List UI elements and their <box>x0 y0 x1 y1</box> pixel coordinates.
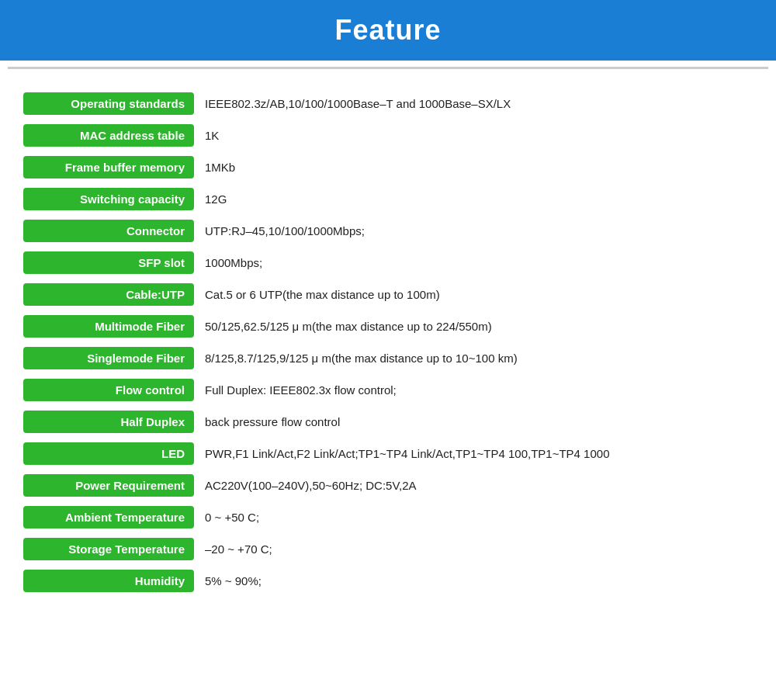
table-row: Connector UTP:RJ–45,10/100/1000Mbps; <box>23 220 753 242</box>
table-row: Cable:UTPCat.5 or 6 UTP(the max distance… <box>23 283 753 306</box>
page-header: Feature <box>0 0 776 61</box>
table-row: Flow controlFull Duplex: IEEE802.3x flow… <box>23 379 753 401</box>
features-content: Operating standardsIEEE802.3z/AB,10/100/… <box>0 85 776 625</box>
feature-value: 50/125,62.5/125 μ m(the max distance up … <box>205 320 753 333</box>
table-row: Half Duplexback pressure flow control <box>23 411 753 433</box>
feature-value: 1K <box>205 129 753 142</box>
feature-label: Half Duplex <box>23 411 194 433</box>
feature-value: back pressure flow control <box>205 415 753 428</box>
table-row: SFP slot1000Mbps; <box>23 251 753 274</box>
feature-label: SFP slot <box>23 251 194 274</box>
feature-label: Multimode Fiber <box>23 315 194 338</box>
feature-value: IEEE802.3z/AB,10/100/1000Base–T and 1000… <box>205 97 753 110</box>
feature-label: Cable:UTP <box>23 283 194 306</box>
feature-label: Connector <box>23 220 194 242</box>
table-row: Multimode Fiber50/125,62.5/125 μ m(the m… <box>23 315 753 338</box>
table-row: Ambient Temperature0 ~ +50 C; <box>23 506 753 528</box>
table-row: MAC address table1K <box>23 124 753 147</box>
feature-value: 12G <box>205 192 753 206</box>
feature-label: LED <box>23 442 194 465</box>
feature-value: 8/125,8.7/125,9/125 μ m(the max distance… <box>205 352 753 365</box>
feature-label: Storage Temperature <box>23 538 194 560</box>
page-title: Feature <box>0 14 776 47</box>
table-row: Power RequirementAC220V(100–240V),50~60H… <box>23 474 753 497</box>
feature-label: Power Requirement <box>23 474 194 497</box>
table-row: Humidity5% ~ 90%; <box>23 570 753 592</box>
feature-value: 1000Mbps; <box>205 256 753 269</box>
feature-label: Flow control <box>23 379 194 401</box>
feature-value: Full Duplex: IEEE802.3x flow control; <box>205 383 753 397</box>
feature-label: Switching capacity <box>23 188 194 210</box>
table-row: Operating standardsIEEE802.3z/AB,10/100/… <box>23 92 753 115</box>
feature-value: PWR,F1 Link/Act,F2 Link/Act;TP1~TP4 Link… <box>205 447 753 460</box>
feature-value: UTP:RJ–45,10/100/1000Mbps; <box>205 224 753 237</box>
feature-label: Operating standards <box>23 92 194 115</box>
feature-value: Cat.5 or 6 UTP(the max distance up to 10… <box>205 288 753 301</box>
feature-label: MAC address table <box>23 124 194 147</box>
feature-value: –20 ~ +70 C; <box>205 542 753 556</box>
table-row: Singlemode Fiber8/125,8.7/125,9/125 μ m(… <box>23 347 753 369</box>
feature-value: 5% ~ 90%; <box>205 574 753 587</box>
feature-label: Ambient Temperature <box>23 506 194 528</box>
table-row: Frame buffer memory1MKb <box>23 156 753 178</box>
table-row: LEDPWR,F1 Link/Act,F2 Link/Act;TP1~TP4 L… <box>23 442 753 465</box>
feature-value: AC220V(100–240V),50~60Hz; DC:5V,2A <box>205 479 753 492</box>
header-divider <box>8 67 768 69</box>
table-row: Switching capacity12G <box>23 188 753 210</box>
feature-label: Singlemode Fiber <box>23 347 194 369</box>
feature-value: 1MKb <box>205 161 753 174</box>
table-row: Storage Temperature–20 ~ +70 C; <box>23 538 753 560</box>
feature-label: Frame buffer memory <box>23 156 194 178</box>
feature-value: 0 ~ +50 C; <box>205 511 753 524</box>
feature-label: Humidity <box>23 570 194 592</box>
